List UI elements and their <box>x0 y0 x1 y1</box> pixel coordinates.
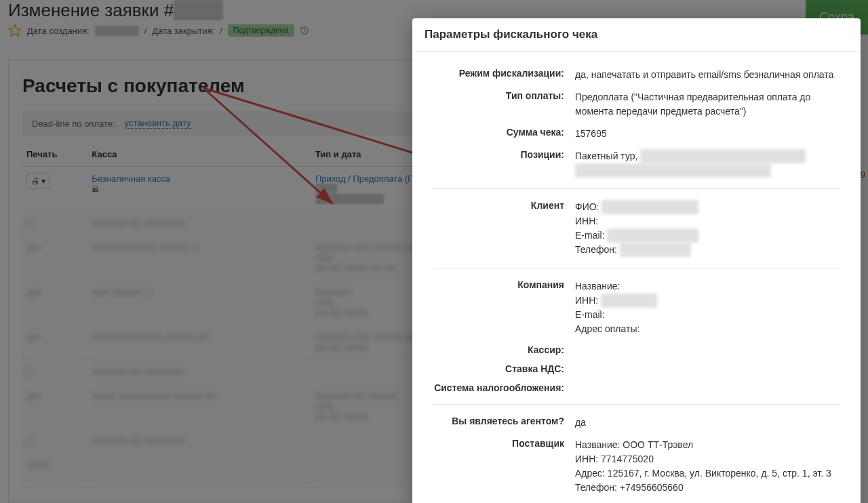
value-mode: да, напечатать и отправить email/sms без… <box>575 68 840 82</box>
label-vat: Ставка НДС: <box>433 363 575 374</box>
value-client: ФИО: XXXXXXX XXXXXXX ИНН: E-mail: XXXXXX… <box>575 200 840 257</box>
fiscal-check-modal: Параметры фискального чека Режим фискали… <box>412 18 861 503</box>
value-supplier: Название: ООО ТТ-Трэвел ИНН: 7714775020 … <box>575 438 840 495</box>
value-company: Название: ИНН: XXXXXXXX E-mail: Адрес оп… <box>575 279 840 336</box>
value-positions: Пакетный тур, XXXXXX XXXXX XXXXXXXXXX XX… <box>575 149 840 178</box>
value-check-sum: 157695 <box>575 127 840 141</box>
positions-prefix: Пакетный тур, <box>575 150 637 161</box>
modal-header: Параметры фискального чека <box>412 18 861 52</box>
positions-blur2: X XXXXXXXX XXXX XXX XXXXXXXXX XXX <box>575 163 771 178</box>
label-mode: Режим фискализации: <box>433 68 575 79</box>
label-company: Компания <box>433 279 575 290</box>
label-positions: Позиции: <box>433 149 575 160</box>
label-check-sum: Сумма чека: <box>433 127 575 138</box>
value-is-agent: да <box>575 416 840 430</box>
label-taxation: Система налогообложения: <box>433 382 575 393</box>
modal-body: Режим фискализации: да, напечатать и отп… <box>412 52 861 503</box>
modal-title: Параметры фискального чека <box>425 28 848 41</box>
label-cashier: Кассир: <box>433 344 575 355</box>
value-pay-type: Предоплата ("Частичная предварительная о… <box>575 90 840 119</box>
label-is-agent: Вы являетесь агентом? <box>433 416 575 426</box>
positions-blur1: XXXXXX XXXXX XXXXXXXXXX XXX <box>640 149 806 163</box>
label-supplier: Поставщик <box>433 438 575 449</box>
label-client: Клиент <box>433 200 575 211</box>
label-pay-type: Тип оплаты: <box>433 90 575 101</box>
